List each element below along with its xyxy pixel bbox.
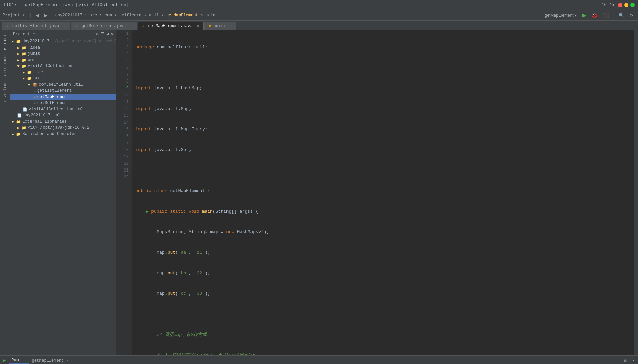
- main-layout: Project Structure Favorites Project ▾ ⚙ …: [0, 30, 638, 355]
- forward-button[interactable]: ▶: [42, 12, 49, 18]
- breadcrumb-util[interactable]: util: [149, 13, 159, 18]
- breadcrumb-main[interactable]: main: [206, 13, 216, 18]
- tree-item-day-iml[interactable]: 📄 day20211017.iml: [10, 112, 116, 118]
- line-6: 6: [118, 64, 129, 71]
- tree-item-src[interactable]: ▼ 📁 src: [10, 75, 116, 81]
- run-config-dropdown[interactable]: getMapElement ▾: [543, 12, 579, 18]
- tree-label-vac: visitAllCollection: [28, 64, 72, 68]
- tab-main[interactable]: ● main ✕: [204, 22, 236, 30]
- tab-main-close[interactable]: ✕: [230, 24, 232, 28]
- line-2: 2: [118, 37, 129, 44]
- sidebar-close-icon[interactable]: ✕: [111, 32, 113, 37]
- breadcrumb-day[interactable]: day20211017: [55, 13, 82, 18]
- line-20: 20: [118, 160, 129, 167]
- java-icon-2: ☕: [75, 24, 78, 28]
- tree-label-day-iml: day20211017.iml: [23, 113, 60, 118]
- code-line-8: public class getMapElement {: [135, 188, 630, 194]
- line-9: 9: [118, 85, 129, 92]
- folder-icon-csu: ▼ 📦: [28, 83, 37, 87]
- line-12: 12: [118, 105, 129, 112]
- tree-item-com-selflearn[interactable]: ▼ 📦 com.selflearn.util: [10, 81, 116, 88]
- breadcrumb-selflearn[interactable]: selflearn: [119, 13, 142, 18]
- sidebar-collapse-icon[interactable]: ◀: [107, 32, 109, 37]
- toolbar-separator-1: [30, 13, 31, 18]
- title-right: 16:45: [602, 3, 635, 8]
- breadcrumb-com[interactable]: com: [105, 13, 112, 18]
- tree-label-jdk: <16> /opt/java/jdk-16.0.2: [28, 125, 89, 130]
- tree-item-vac-iml[interactable]: 📄 visitAllCollection.iml: [10, 106, 116, 112]
- back-button[interactable]: ◀: [34, 12, 41, 18]
- tab-getsetelement[interactable]: ☕ getSetElement.java ✕: [71, 22, 137, 30]
- app-title: TT017 – getMapElement.java [visitAllColl…: [3, 2, 129, 8]
- run-panel: ▶ Run: getMapElement ✕ ⚙ ✕ ▶ ⬛ ↓ ↑ ⇌ 🔍 🖨…: [0, 355, 638, 364]
- maximize-button[interactable]: [630, 3, 635, 7]
- minimize-button[interactable]: [624, 3, 628, 7]
- tree-item-idea2[interactable]: ▶ 📁 .idea: [10, 69, 116, 75]
- run-tab-close[interactable]: ✕: [66, 359, 69, 363]
- tree-item-getsetelement[interactable]: ☕ getSetElement: [10, 100, 116, 106]
- run-button[interactable]: ▶: [580, 11, 588, 19]
- line-numbers: 1 2 3 4 5 6 7 8 9 10 11 12 13 14 15 16 1…: [116, 30, 132, 355]
- iml-icon-day: 📄: [17, 113, 22, 118]
- tab-getlistelement-close[interactable]: ✕: [64, 24, 66, 28]
- tab-getmapelement-close[interactable]: ✕: [197, 24, 199, 28]
- tree-item-visitallcollection[interactable]: ▼ 📁 visitAllCollection: [10, 63, 116, 69]
- tree-label-csu: com.selflearn.util: [39, 82, 83, 87]
- line-19: 19: [118, 153, 129, 160]
- project-vtab[interactable]: Project: [2, 32, 8, 53]
- tree-item-extlibs[interactable]: ▼ 📁 External Libraries: [10, 118, 116, 125]
- breadcrumb-src[interactable]: src: [90, 13, 97, 18]
- java-icon-1: ☕: [6, 24, 9, 28]
- code-line-2: [135, 64, 630, 71]
- tab-getsetelement-label: getSetElement.java: [82, 24, 126, 28]
- code-line-13: map.put("cc", "33");: [135, 290, 630, 297]
- tree-label-src: src: [33, 76, 41, 81]
- run-panel-hide-icon[interactable]: ✕: [632, 358, 635, 363]
- run-tab-active[interactable]: Run:: [9, 357, 29, 364]
- folder-icon-out: ▶ 📁: [17, 58, 26, 62]
- tab-getlistelement[interactable]: ☕ getListElement.java ✕: [2, 22, 70, 30]
- code-line-16: // 1、获取所有的key的set,通过key得到value: [135, 352, 630, 355]
- stop-button[interactable]: ⬛: [601, 12, 611, 19]
- tree-label-scratches: Scratches and Consoles: [22, 131, 76, 136]
- code-editor: 1 2 3 4 5 6 7 8 9 10 11 12 13 14 15 16 1…: [116, 30, 634, 355]
- tree-item-jdk[interactable]: ▶ 📁 <16> /opt/java/jdk-16.0.2: [10, 125, 116, 131]
- search-button[interactable]: 🔍: [617, 12, 626, 18]
- current-time: 16:45: [602, 3, 614, 8]
- tree-label-gme: getMapElement: [37, 95, 70, 99]
- tree-item-idea1[interactable]: ▶ 📁 .idea: [10, 45, 116, 51]
- run-panel-settings-icon[interactable]: ⚙: [624, 358, 627, 363]
- tab-getsetelement-close[interactable]: ✕: [131, 24, 133, 28]
- code-line-14: [135, 311, 630, 318]
- code-line-4: import java.util.Map;: [135, 105, 630, 112]
- class-icon-gse: ☕: [34, 101, 36, 105]
- sidebar-layout-icon[interactable]: ☰: [101, 32, 105, 37]
- run-panel-header: ▶ Run: getMapElement ✕ ⚙ ✕: [0, 356, 638, 364]
- tree-item-getmapelement[interactable]: ☕ getMapElement: [10, 94, 116, 100]
- tree-item-scratches[interactable]: ▶ 📁 Scratches and Consoles: [10, 131, 116, 137]
- breadcrumb-getmapelement[interactable]: getMapElement: [166, 13, 198, 18]
- tree-label-gse: getSetElement: [37, 101, 70, 105]
- debug-button[interactable]: 🐞: [590, 12, 600, 19]
- code-content[interactable]: package com.selflearn.util; import java.…: [132, 30, 634, 355]
- tree-label-out: out: [28, 58, 35, 62]
- code-line-12: map.put("bb", "22");: [135, 270, 630, 277]
- tree-label-idea1: .idea: [28, 45, 40, 50]
- tree-item-junit[interactable]: ▶ 📁 junit: [10, 51, 116, 57]
- folder-icon-scratches: ▶ 📁: [12, 132, 21, 136]
- tree-item-out[interactable]: ▶ 📁 out: [10, 57, 116, 63]
- tab-getmapelement[interactable]: ☕ getMapElement.java ✕: [138, 22, 204, 30]
- sidebar-sync-icon[interactable]: ⚙: [96, 32, 98, 37]
- code-area: 1 2 3 4 5 6 7 8 9 10 11 12 13 14 15 16 1…: [116, 30, 634, 355]
- tab-main-dot: ●: [209, 24, 211, 28]
- tree-item-getlistelement[interactable]: ☕ getListElement: [10, 88, 116, 94]
- settings-button[interactable]: ⚙: [627, 12, 635, 18]
- close-button[interactable]: [618, 3, 622, 7]
- code-line-5: import java.util.Map.Entry;: [135, 126, 630, 133]
- tree-label-vac-iml: visitAllCollection.iml: [29, 107, 83, 112]
- right-scrollbar[interactable]: [634, 30, 638, 355]
- tree-item-day20211017[interactable]: ▼ 📁 day20211017 ~/wxp/learn/java/java-we…: [10, 38, 116, 45]
- structure-vtab[interactable]: Structure: [2, 53, 8, 78]
- favorites-vtab[interactable]: Favorites: [2, 79, 8, 104]
- tree-label-idea2: .idea: [33, 70, 46, 75]
